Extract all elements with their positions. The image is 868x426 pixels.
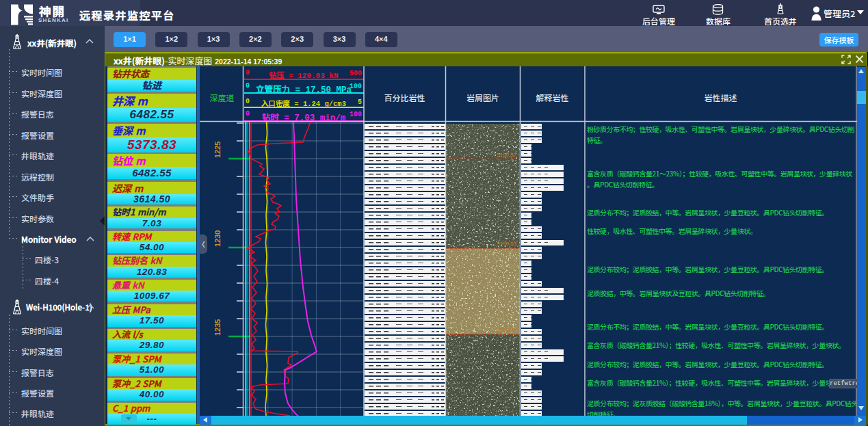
svg-text:1235: 1235 [213, 319, 222, 336]
svg-text:1230: 1230 [213, 230, 222, 247]
svg-text:1225: 1225 [213, 142, 222, 158]
